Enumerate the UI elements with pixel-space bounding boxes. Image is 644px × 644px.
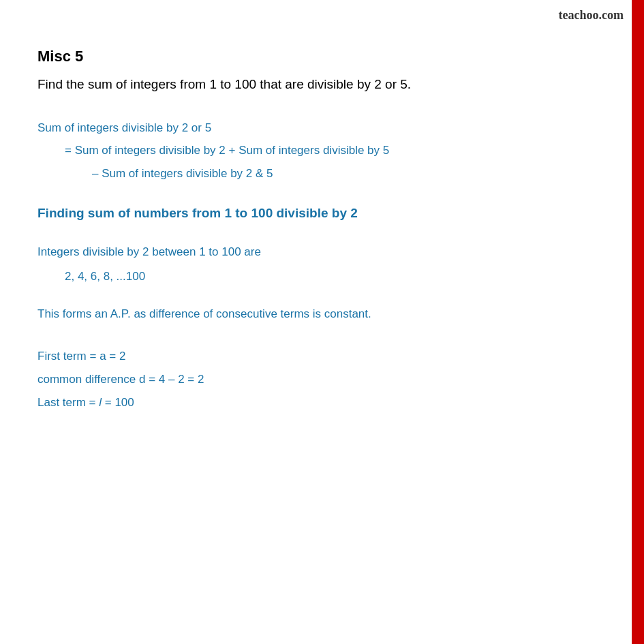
first-term: First term = a = 2 [37,345,607,368]
page-container: teachoo.com Misc 5 Find the sum of integ… [0,0,644,644]
integers-line1: Integers divisible by 2 between 1 to 100… [37,242,607,263]
red-bar [632,0,644,644]
terms-block: First term = a = 2 common difference d =… [37,345,607,414]
watermark: teachoo.com [559,8,624,22]
last-term-suffix: = 100 [102,396,134,409]
problem-statement: Find the sum of integers from 1 to 100 t… [37,75,607,95]
last-term: Last term = l = 100 [37,391,607,414]
integers-line2: 2, 4, 6, 8, ...100 [65,266,607,288]
ap-statement: This forms an A.P. as difference of cons… [37,305,607,324]
common-diff: common difference d = 4 – 2 = 2 [37,368,607,391]
page-title: Misc 5 [37,48,607,65]
sum-intro-line1: Sum of integers divisible by 2 or 5 [37,119,607,138]
section-heading: Finding sum of numbers from 1 to 100 div… [37,204,607,223]
sum-intro-line3: – Sum of integers divisible by 2 & 5 [92,164,607,184]
sum-intro-line2: = Sum of integers divisible by 2 + Sum o… [65,141,607,161]
last-term-prefix: Last term = [37,396,99,409]
